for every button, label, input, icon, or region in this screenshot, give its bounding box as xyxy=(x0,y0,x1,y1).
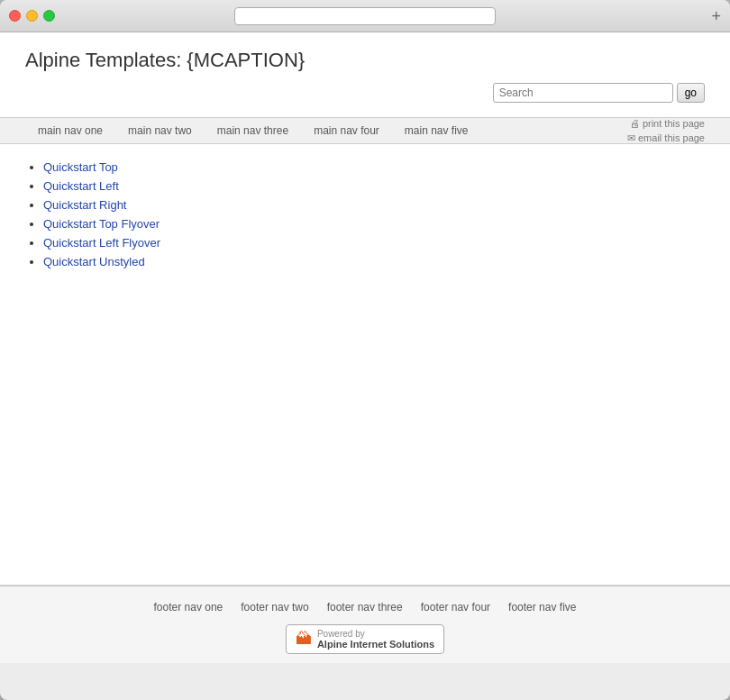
email-label: email this page xyxy=(638,131,705,146)
footer-nav-item-five[interactable]: footer nav five xyxy=(508,601,576,614)
url-bar-container xyxy=(234,7,496,25)
quickstart-list: Quickstart Top Quickstart Left Quickstar… xyxy=(25,160,705,268)
list-item: Quickstart Left xyxy=(43,179,705,193)
title-bar: + xyxy=(0,0,730,32)
main-nav-item-three[interactable]: main nav three xyxy=(205,119,301,142)
footer-nav-item-four[interactable]: footer nav four xyxy=(421,601,490,614)
print-icon: 🖨 xyxy=(630,116,640,132)
footer-nav-item-three[interactable]: footer nav three xyxy=(327,601,403,614)
email-page-link[interactable]: ✉ email this page xyxy=(627,131,705,146)
page-header: Alpine Templates: {MCAPTION} go xyxy=(0,32,730,117)
quickstart-top-link[interactable]: Quickstart Top xyxy=(43,160,118,174)
print-label: print this page xyxy=(643,116,705,132)
search-button[interactable]: go xyxy=(677,83,705,103)
quickstart-unstyled-link[interactable]: Quickstart Unstyled xyxy=(43,255,145,268)
main-content: Quickstart Top Quickstart Left Quickstar… xyxy=(0,144,730,586)
list-item: Quickstart Unstyled xyxy=(43,255,705,268)
footer-nav-item-one[interactable]: footer nav one xyxy=(154,601,224,614)
minimize-button[interactable] xyxy=(26,10,38,22)
quickstart-right-link[interactable]: Quickstart Right xyxy=(43,198,126,212)
powered-by-badge: 🏔 Powered by Alpine Internet Solutions xyxy=(286,624,444,654)
url-input[interactable] xyxy=(234,7,496,25)
search-bar: go xyxy=(25,83,705,108)
browser-window: + Alpine Templates: {MCAPTION} go main n… xyxy=(0,0,730,700)
list-item: Quickstart Right xyxy=(43,198,705,212)
new-tab-button[interactable]: + xyxy=(711,8,721,24)
footer-logo: 🏔 Powered by Alpine Internet Solutions xyxy=(25,624,705,654)
traffic-lights xyxy=(9,10,55,22)
print-page-link[interactable]: 🖨 print this page xyxy=(630,116,705,132)
main-nav-item-two[interactable]: main nav two xyxy=(115,119,205,142)
footer-nav: footer nav one footer nav two footer nav… xyxy=(25,601,705,614)
alpine-logo-icon: 🏔 xyxy=(296,630,312,649)
powered-by-line1: Powered by xyxy=(317,629,434,639)
footer: footer nav one footer nav two footer nav… xyxy=(0,586,730,663)
quickstart-top-flyover-link[interactable]: Quickstart Top Flyover xyxy=(43,217,160,231)
list-item: Quickstart Left Flyover xyxy=(43,236,705,250)
email-icon: ✉ xyxy=(627,131,635,146)
page-title: Alpine Templates: {MCAPTION} xyxy=(25,49,705,72)
list-item: Quickstart Top Flyover xyxy=(43,217,705,231)
close-button[interactable] xyxy=(9,10,21,22)
main-nav-item-four[interactable]: main nav four xyxy=(301,119,392,142)
search-input[interactable] xyxy=(493,83,673,103)
maximize-button[interactable] xyxy=(43,10,55,22)
powered-by-text: Powered by Alpine Internet Solutions xyxy=(317,629,434,650)
main-nav-items: main nav one main nav two main nav three… xyxy=(25,119,627,142)
quickstart-left-link[interactable]: Quickstart Left xyxy=(43,179,119,193)
quickstart-left-flyover-link[interactable]: Quickstart Left Flyover xyxy=(43,236,160,250)
browser-content: Alpine Templates: {MCAPTION} go main nav… xyxy=(0,32,730,663)
main-nav-item-one[interactable]: main nav one xyxy=(25,119,115,142)
title-bar-right: + xyxy=(711,8,721,24)
powered-by-line2: Alpine Internet Solutions xyxy=(317,639,434,650)
nav-actions: 🖨 print this page ✉ email this page xyxy=(627,116,705,146)
list-item: Quickstart Top xyxy=(43,160,705,174)
footer-nav-item-two[interactable]: footer nav two xyxy=(241,601,308,614)
main-nav-item-five[interactable]: main nav five xyxy=(392,119,481,142)
main-nav: main nav one main nav two main nav three… xyxy=(0,117,730,144)
